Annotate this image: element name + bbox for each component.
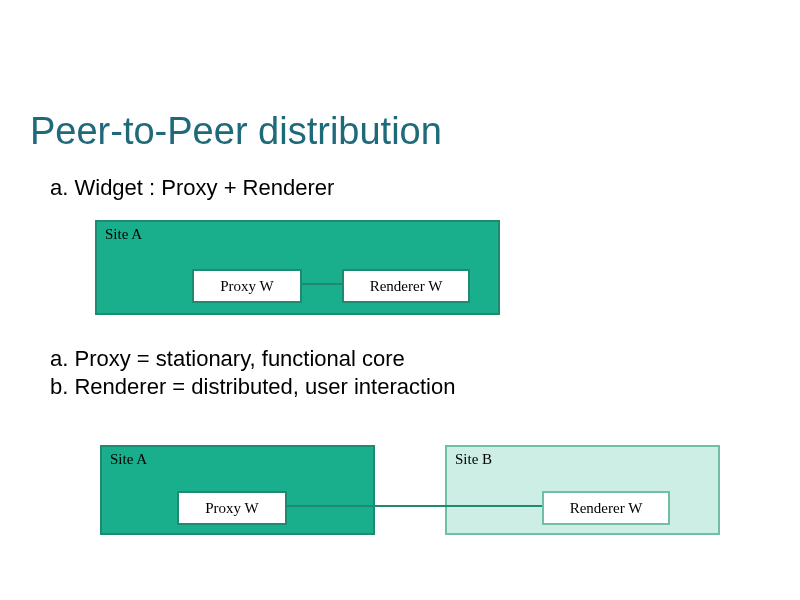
site-a-label-top: Site A — [105, 226, 142, 243]
definition-a: a. Proxy = stationary, functional core — [50, 345, 455, 373]
proxy-node-top-label: Proxy W — [220, 278, 273, 295]
renderer-node-bottom-label: Renderer W — [570, 500, 643, 517]
def-b-text: Renderer = distributed, user interaction — [74, 374, 455, 399]
site-a-box-bottom: Site A Proxy W — [100, 445, 375, 535]
proxy-node-bottom-label: Proxy W — [205, 500, 258, 517]
renderer-node-top-label: Renderer W — [370, 278, 443, 295]
proxy-node-top: Proxy W — [192, 269, 302, 303]
subtitle-a-prefix: a. — [50, 175, 68, 200]
site-a-label-bottom: Site A — [110, 451, 147, 468]
page-title: Peer-to-Peer distribution — [30, 110, 442, 153]
site-b-box: Site B Renderer W — [445, 445, 720, 535]
site-a-box-top: Site A Proxy W Renderer W — [95, 220, 500, 315]
subtitle-a-text: Widget : Proxy + Renderer — [74, 175, 334, 200]
renderer-node-top: Renderer W — [342, 269, 470, 303]
renderer-node-bottom: Renderer W — [542, 491, 670, 525]
proxy-node-bottom: Proxy W — [177, 491, 287, 525]
def-a-prefix: a. — [50, 346, 68, 371]
slide-canvas: Peer-to-Peer distribution a. Widget : Pr… — [0, 0, 800, 600]
site-b-label: Site B — [455, 451, 492, 468]
def-a-text: Proxy = stationary, functional core — [74, 346, 404, 371]
definition-b: b. Renderer = distributed, user interact… — [50, 373, 455, 401]
def-b-prefix: b. — [50, 374, 68, 399]
definitions-block: a. Proxy = stationary, functional core b… — [50, 345, 455, 400]
subtitle-line: a. Widget : Proxy + Renderer — [50, 175, 334, 201]
